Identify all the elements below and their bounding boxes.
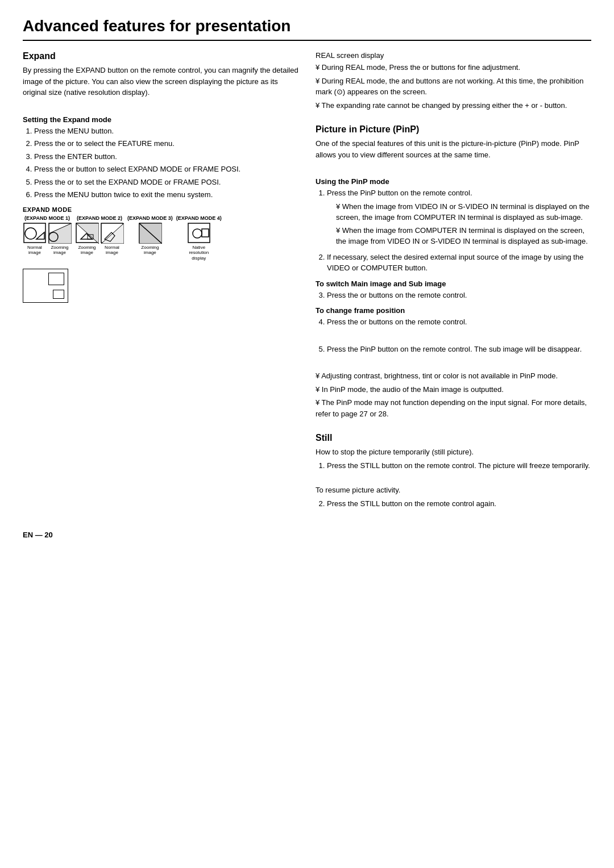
expand-steps: Press the MENU button. Press the or to s…: [23, 126, 298, 201]
mode1-normal: Normalimage: [23, 222, 47, 256]
real-bullets: During REAL mode, Press the or buttons f…: [316, 62, 591, 111]
expand-mode-2: (EXPAND MODE 2) Zoomingimage: [75, 215, 124, 256]
pinp-step1-bullets: When the image from VIDEO IN or S-VIDEO …: [327, 201, 591, 247]
pinp-step-4: Press the or buttons on the remote contr…: [327, 316, 591, 328]
setting-label: Setting the Expand mode: [23, 115, 298, 124]
svg-marker-18: [202, 229, 209, 237]
mode4-group-label: (EXPAND MODE 4): [176, 215, 222, 221]
mode1-zoom: Zoomingimage: [48, 222, 72, 256]
pinp-step-2: If necessary, select the desired externa…: [327, 252, 591, 274]
pinp-sub-image-2: [53, 290, 64, 299]
mode3-zoom: Zoomingimage: [138, 222, 162, 256]
change-label: To change frame position: [316, 306, 591, 315]
still-heading: Still: [316, 433, 591, 443]
expand-step-5: Press the or to set the EXPAND MODE or F…: [34, 177, 298, 188]
expand-mode-4: (EXPAND MODE 4) Native resolutiondisplay: [176, 215, 222, 261]
pinp-frame-diagram: [23, 269, 68, 303]
mode1-zoom-label: Zoomingimage: [51, 245, 68, 256]
svg-point-1: [25, 228, 36, 239]
expand-step-2: Press the or to select the FEATURE menu.: [34, 138, 298, 149]
pinp-note-1: Adjusting contrast, brightness, tint or …: [316, 370, 591, 382]
pinp-note-2: In PinP mode, the audio of the Main imag…: [316, 384, 591, 395]
svg-marker-2: [36, 232, 44, 239]
pinp-step-3: Press the or buttons on the remote contr…: [327, 290, 591, 301]
mode2-zoom-label: Zoomingimage: [78, 245, 96, 256]
real-bullet-3: The expanding rate cannot be changed by …: [316, 100, 591, 111]
pinp-bullet-1: When the image from VIDEO IN or S-VIDEO …: [336, 201, 591, 223]
switch-label: To switch Main image and Sub image: [316, 279, 591, 288]
pinp-sub-image-1: [48, 273, 64, 285]
expand-mode-section: EXPAND MODE (EXPAND MODE 1) Normalima: [23, 206, 298, 303]
mode1-group-label: (EXPAND MODE 1): [24, 215, 70, 221]
pinp-step4-list: Press the or buttons on the remote contr…: [316, 316, 591, 328]
expand-mode-label: EXPAND MODE: [23, 206, 298, 213]
expand-modes-row: (EXPAND MODE 1) Normalimage: [23, 215, 298, 261]
using-pinp-label: Using the PinP mode: [316, 177, 591, 186]
right-column: REAL screen display During REAL mode, Pr…: [316, 51, 591, 332]
mode3-zoom-label: Zoomingimage: [141, 245, 159, 256]
svg-marker-4: [49, 223, 72, 244]
expand-heading: Expand: [23, 51, 298, 61]
still-steps: Press the STILL button on the remote con…: [316, 460, 591, 471]
pinp-step-1: Press the PinP button on the remote cont…: [327, 187, 591, 247]
pinp-step5-list: Press the PinP button on the remote cont…: [316, 344, 591, 355]
expand-mode-1: (EXPAND MODE 1) Normalimage: [23, 215, 72, 256]
svg-rect-16: [188, 223, 210, 243]
page-footer: EN — 20: [23, 531, 591, 539]
still-intro: How to stop the picture temporarily (sti…: [316, 446, 591, 458]
bottom-left: [23, 344, 298, 514]
still-step-1: Press the STILL button on the remote con…: [327, 460, 591, 471]
expand-mode-3: (EXPAND MODE 3) Zoomingimage: [127, 215, 173, 256]
pinp-intro: One of the special features of this unit…: [316, 138, 591, 160]
left-column: Expand By pressing the EXPAND button on …: [23, 51, 298, 332]
mode4-native-label: Native resolutiondisplay: [188, 245, 210, 261]
expand-step-1: Press the MENU button.: [34, 126, 298, 137]
pinp-note-3: The PinP mode may not function depending…: [316, 397, 591, 419]
svg-marker-7: [76, 223, 99, 244]
mode1-normal-label: Normalimage: [27, 245, 42, 256]
mode2-normal: Normalimage: [100, 222, 124, 256]
real-screen-label: REAL screen display: [316, 51, 591, 60]
resume-label: To resume picture activity.: [316, 485, 591, 496]
pinp-step3-list: Press the or buttons on the remote contr…: [316, 290, 591, 301]
pinp-steps: Press the PinP button on the remote cont…: [316, 187, 591, 274]
pinp-step-5: Press the PinP button on the remote cont…: [327, 344, 591, 355]
expand-step-4: Press the or button to select EXPAND MOD…: [34, 164, 298, 175]
pinp-notes: Adjusting contrast, brightness, tint or …: [316, 370, 591, 419]
pinp-bullet-2: When the image from COMPUTER IN terminal…: [336, 225, 591, 247]
expand-step-6: Press the MENU button twice to exit the …: [34, 189, 298, 201]
expand-step-3: Press the ENTER button.: [34, 151, 298, 162]
real-bullet-1: During REAL mode, Press the or buttons f…: [316, 62, 591, 73]
mode2-zoom: Zoomingimage: [75, 222, 99, 256]
svg-rect-0: [24, 223, 45, 243]
real-bullet-2: During REAL mode, the and buttons are no…: [316, 76, 591, 98]
page-title: Advanced features for presentation: [23, 17, 591, 41]
mode2-group-label: (EXPAND MODE 2): [77, 215, 122, 221]
svg-point-17: [193, 229, 202, 238]
mode4-native: Native resolutiondisplay: [187, 222, 211, 261]
bottom-right: Press the PinP button on the remote cont…: [316, 344, 591, 514]
expand-intro: By pressing the EXPAND button on the rem…: [23, 65, 298, 98]
pinp-heading: Picture in Picture (PinP): [316, 124, 591, 135]
still-step-2: Press the STILL button on the remote con…: [327, 498, 591, 510]
mode2-normal-label: Normalimage: [105, 245, 119, 256]
mode3-group-label: (EXPAND MODE 3): [127, 215, 173, 221]
still-step2-list: Press the STILL button on the remote con…: [316, 498, 591, 510]
